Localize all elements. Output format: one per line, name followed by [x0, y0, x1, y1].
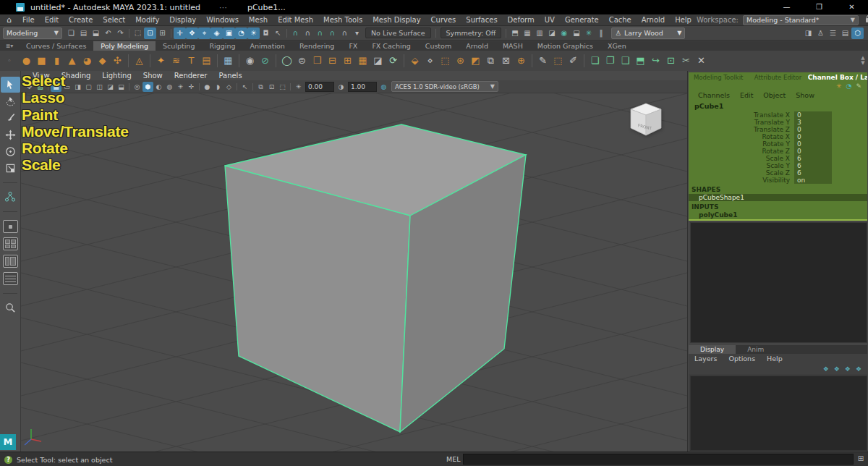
maximize-button[interactable]: ❐ — [803, 0, 835, 14]
channel-box-menu-item[interactable]: Edit — [735, 91, 758, 99]
panel-toolbar-icon[interactable] — [288, 82, 293, 92]
two-pane-layout-button[interactable] — [3, 255, 18, 268]
colorspace-select[interactable]: ACES 1.0 SDR-video (sRGB) ▼ — [391, 81, 498, 92]
menu-item[interactable]: Create — [64, 16, 98, 24]
shelf-icon[interactable] — [401, 53, 407, 69]
manipulator-icon[interactable]: ✳ — [836, 82, 842, 90]
gate-mask[interactable]: ▢ — [83, 82, 94, 92]
shelf-tab[interactable]: FX Caching — [365, 41, 417, 51]
smooth[interactable]: ❒ — [310, 53, 325, 69]
channel-value-field[interactable]: 6 — [794, 169, 832, 177]
panel-menu-item[interactable]: Renderer — [169, 72, 213, 80]
platonic-solid[interactable]: ◬ — [132, 53, 147, 69]
panel-toolbar-icon[interactable] — [234, 82, 239, 92]
outliner-layout-button[interactable] — [3, 272, 18, 285]
mask-surfaces[interactable]: ◈ — [210, 27, 223, 39]
shelf-icon[interactable] — [581, 53, 587, 69]
channel-label[interactable]: Rotate Z — [689, 148, 794, 155]
shelf-icon[interactable] — [236, 53, 242, 69]
menu-item[interactable]: Edit — [40, 16, 64, 24]
combine[interactable]: ◯ — [279, 53, 294, 69]
move-tool[interactable] — [1, 127, 20, 143]
maya-badge-icon[interactable]: M — [0, 434, 16, 450]
sweep-mesh[interactable]: ≋ — [169, 53, 184, 69]
make-live[interactable]: ❐ — [603, 53, 618, 69]
menu-item[interactable]: Help — [670, 16, 697, 24]
channel-label[interactable]: Visibility — [689, 177, 794, 184]
snap-projected[interactable]: ∩ — [326, 27, 339, 39]
image-plane[interactable]: ⧉ — [255, 82, 266, 92]
poly-cube[interactable]: ■ — [34, 53, 49, 69]
create-curve[interactable]: ✎ — [535, 53, 550, 69]
live-surface-field[interactable]: No Live Surface — [365, 27, 431, 38]
single-pane-layout-button[interactable] — [3, 220, 18, 233]
separate[interactable]: ⊜ — [294, 53, 310, 69]
paint-tool[interactable] — [1, 110, 20, 126]
shelf-icon[interactable] — [529, 53, 535, 69]
pencil-curve[interactable]: ✐ — [566, 53, 581, 69]
select-object[interactable]: ⊡ — [144, 27, 156, 39]
shaded-mode[interactable]: ⬢ — [142, 82, 153, 92]
bridge[interactable]: ▦ — [355, 53, 370, 69]
pause-viewport[interactable]: ‖ — [595, 27, 607, 39]
shelf-tab[interactable]: Animation — [242, 41, 292, 51]
center-pivot[interactable]: ◉ — [242, 53, 258, 69]
menu-item[interactable]: Modify — [130, 16, 164, 24]
occlusion[interactable]: ✛ — [186, 82, 197, 92]
multi-cut[interactable]: ⋄ — [422, 53, 438, 69]
shelf-tab[interactable]: Rendering — [292, 41, 342, 51]
character-controls-icon[interactable] — [1, 189, 20, 205]
shelf-tab[interactable]: Arnold — [459, 41, 495, 51]
mask-handles[interactable]: ✛ — [174, 27, 186, 39]
close-button[interactable]: ✕ — [835, 0, 868, 14]
shelf-scroll[interactable]: ▲ ▼ — [858, 56, 868, 66]
channel-value-field[interactable]: 0 — [794, 111, 832, 119]
exposure-icon[interactable]: ☀ — [293, 82, 304, 92]
menu-item[interactable]: Deform — [503, 16, 540, 24]
camera-attributes[interactable]: ⬚ — [277, 82, 288, 92]
super-shape[interactable]: ✦ — [153, 53, 169, 69]
slide-edge[interactable]: ↪ — [648, 53, 663, 69]
mask-joints[interactable]: ❖ — [186, 27, 198, 39]
highlight-selection[interactable]: ↖ — [272, 27, 284, 39]
toggle-tool-settings[interactable]: ⬡ — [851, 27, 864, 39]
status-icon[interactable] — [127, 27, 132, 39]
panel-menu-item[interactable]: Lighting — [96, 72, 137, 80]
mask-deformers[interactable]: ▣ — [223, 27, 235, 39]
scroll-down-icon[interactable]: ▼ — [861, 61, 864, 66]
tab-display[interactable]: Display — [689, 345, 736, 354]
menu-item[interactable]: Arnold — [637, 16, 670, 24]
mel-label[interactable]: MEL — [446, 455, 461, 463]
shelf-tab[interactable]: Motion Graphics — [530, 41, 600, 51]
scale-tool[interactable] — [1, 160, 20, 176]
layer-editor-menu-item[interactable]: Layers — [689, 355, 723, 363]
edit-icon[interactable]: ✎ — [856, 82, 861, 90]
select-tool[interactable] — [1, 77, 20, 93]
poly-text[interactable]: T — [184, 53, 199, 69]
svg-tool[interactable]: ▤ — [199, 53, 214, 69]
home-icon[interactable]: ⌂ — [0, 15, 17, 25]
field-chart[interactable]: ◫ — [94, 82, 105, 92]
layer-editor-menu-item[interactable]: Help — [761, 355, 788, 363]
snap-options[interactable]: ▾ — [351, 27, 363, 39]
spin-edge[interactable]: ◩ — [468, 53, 483, 69]
new-scene[interactable]: ❏ — [65, 27, 77, 39]
lock-selection[interactable]: ◘ — [260, 27, 272, 39]
transform-component[interactable]: ⊠ — [498, 53, 514, 69]
shelf-menu-icon[interactable]: ≣▾ — [0, 41, 19, 51]
undo[interactable]: ↶ — [102, 27, 114, 39]
shelf-tab[interactable]: XGen — [600, 41, 634, 51]
layer-editor-menu-item[interactable]: Options — [723, 355, 761, 363]
script-editor-icon[interactable]: ⊞ — [856, 454, 865, 463]
extrude[interactable]: ⊞ — [340, 53, 355, 69]
layer-reference-icon[interactable]: ❖ — [856, 365, 861, 373]
delete-edge[interactable]: ✕ — [694, 53, 709, 69]
input-node-row[interactable]: polyCube1 — [689, 211, 867, 219]
relax[interactable]: ⬒ — [633, 53, 648, 69]
object-details[interactable]: ↖ — [239, 82, 250, 92]
gamma-icon[interactable]: ◑ — [336, 82, 346, 92]
channel-label[interactable]: Translate X — [689, 111, 794, 119]
color-management-icon[interactable]: ◍ — [378, 82, 389, 92]
toggle-character-controls[interactable]: ♙ — [814, 27, 827, 39]
menu-item[interactable]: File — [17, 16, 40, 24]
